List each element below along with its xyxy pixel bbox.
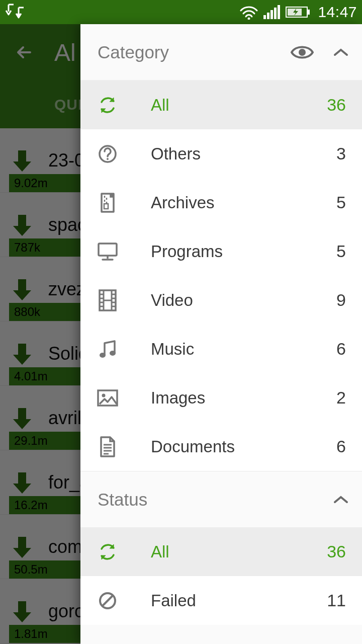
filter-count: 6 — [336, 437, 346, 456]
svg-point-11 — [107, 158, 109, 160]
filter-drawer: Category All36Others3Archives5Programs5V… — [80, 24, 362, 644]
monitor-icon — [96, 242, 120, 262]
collapse-icon[interactable] — [333, 495, 349, 505]
film-icon — [96, 289, 120, 311]
filter-label: Video — [151, 291, 336, 310]
image-icon — [96, 389, 120, 407]
filter-label: Documents — [151, 437, 336, 456]
filter-label: Others — [151, 144, 336, 164]
filter-count: 9 — [336, 290, 346, 310]
battery-charging-icon — [286, 6, 311, 19]
svg-rect-16 — [104, 204, 108, 209]
filter-label: Music — [151, 340, 336, 359]
category-filter-documents[interactable]: Documents6 — [80, 422, 362, 471]
svg-rect-7 — [308, 10, 310, 15]
section-header-status: Status — [80, 471, 362, 527]
download-manager-icon — [5, 4, 26, 21]
svg-point-33 — [110, 351, 116, 356]
category-filter-programs[interactable]: Programs5 — [80, 227, 362, 276]
question-icon — [96, 144, 120, 164]
filter-label: Archives — [151, 193, 336, 212]
category-filter-others[interactable]: Others3 — [80, 129, 362, 178]
status-bar: 14:47 — [0, 0, 362, 24]
filter-label: Programs — [151, 242, 336, 261]
collapse-icon[interactable] — [333, 47, 349, 57]
filter-label: All — [151, 542, 327, 561]
filter-count: 3 — [336, 144, 346, 164]
svg-point-0 — [248, 18, 250, 20]
filter-label: All — [151, 96, 327, 115]
svg-rect-3 — [270, 10, 273, 19]
svg-point-35 — [102, 393, 106, 397]
ban-icon — [96, 591, 120, 611]
music-icon — [96, 338, 120, 360]
svg-rect-17 — [99, 244, 117, 256]
filter-count: 6 — [336, 339, 346, 359]
filter-label: Images — [151, 388, 336, 408]
archive-icon — [96, 192, 120, 214]
filter-count: 2 — [336, 388, 346, 408]
status-filter-all[interactable]: All36 — [80, 527, 362, 576]
filter-count: 5 — [336, 193, 346, 212]
svg-rect-5 — [278, 5, 280, 19]
clock: 14:47 — [318, 4, 357, 21]
svg-rect-2 — [267, 13, 269, 19]
signal-icon — [263, 5, 281, 19]
filter-label: Failed — [151, 591, 327, 610]
section-header-category: Category — [80, 24, 362, 80]
category-filter-archives[interactable]: Archives5 — [80, 178, 362, 227]
category-filter-music[interactable]: Music6 — [80, 325, 362, 373]
refresh-icon — [96, 95, 120, 115]
filter-count: 11 — [327, 591, 346, 610]
filter-count: 36 — [327, 542, 346, 561]
category-filter-all[interactable]: All36 — [80, 80, 362, 129]
filter-count: 36 — [327, 95, 346, 115]
svg-rect-1 — [263, 15, 266, 19]
wifi-icon — [239, 5, 258, 20]
category-filter-images[interactable]: Images2 — [80, 373, 362, 422]
svg-rect-4 — [274, 8, 277, 19]
section-title: Category — [98, 42, 291, 62]
document-icon — [96, 436, 120, 458]
svg-line-41 — [103, 596, 113, 606]
filter-count: 5 — [336, 242, 346, 261]
refresh-icon — [96, 542, 120, 562]
svg-point-32 — [100, 353, 106, 358]
svg-point-9 — [299, 49, 306, 56]
section-title: Status — [98, 490, 333, 510]
status-filter-failed[interactable]: Failed11 — [80, 576, 362, 625]
visibility-icon[interactable] — [291, 44, 314, 60]
category-filter-video[interactable]: Video9 — [80, 276, 362, 325]
